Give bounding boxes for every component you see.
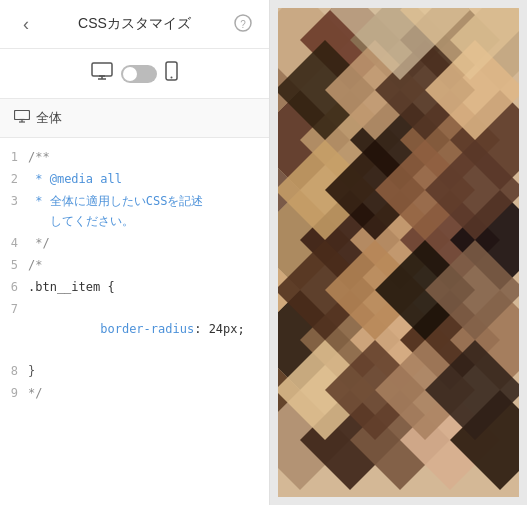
tile-preview — [270, 0, 527, 505]
code-line-5: 5 /* — [0, 254, 269, 276]
code-line-1: 1 /** — [0, 146, 269, 168]
code-line-2: 2 * @media all — [0, 168, 269, 190]
line-num-1: 1 — [0, 147, 28, 167]
line-content-5: /* — [28, 255, 269, 275]
code-line-4: 4 */ — [0, 232, 269, 254]
line-num-7: 7 — [0, 299, 28, 319]
line-content-2: * @media all — [28, 169, 269, 189]
line-content-6: .btn__item { — [28, 277, 269, 297]
svg-rect-2 — [92, 63, 112, 76]
help-button[interactable]: ? — [229, 10, 257, 38]
line-content-4: */ — [28, 233, 269, 253]
section-label-text: 全体 — [36, 109, 62, 127]
device-toggle-switch[interactable] — [121, 65, 157, 83]
line-num-3: 3 — [0, 191, 28, 211]
code-line-3: 3 * 全体に適用したいCSSを記述 してください。 — [0, 190, 269, 232]
back-icon: ‹ — [23, 14, 29, 35]
code-line-7: 7 border-radius: 24px; — [0, 298, 269, 360]
code-editor[interactable]: 1 /** 2 * @media all 3 * 全体に適用したいCSSを記述 … — [0, 138, 269, 505]
desktop-icon — [91, 62, 113, 85]
code-line-6: 6 .btn__item { — [0, 276, 269, 298]
line-num-8: 8 — [0, 361, 28, 381]
page-title: CSSカスタマイズ — [40, 15, 229, 33]
line-content-9: */ — [28, 383, 269, 403]
css-property: border-radius — [86, 322, 194, 336]
code-line-8: 8 } — [0, 360, 269, 382]
tile-mosaic — [270, 0, 527, 505]
line-num-9: 9 — [0, 383, 28, 403]
css-colon: : — [194, 322, 208, 336]
back-button[interactable]: ‹ — [12, 10, 40, 38]
css-value: 24px; — [209, 322, 245, 336]
left-panel: ‹ CSSカスタマイズ ? — [0, 0, 270, 505]
code-line-9: 9 */ — [0, 382, 269, 404]
section-header: 全体 — [0, 99, 269, 138]
help-icon: ? — [234, 14, 252, 35]
line-num-5: 5 — [0, 255, 28, 275]
svg-text:?: ? — [240, 18, 246, 29]
preview-panel — [270, 0, 527, 505]
line-content-1: /** — [28, 147, 269, 167]
mobile-icon — [165, 61, 178, 86]
device-toggle-row — [0, 49, 269, 99]
header: ‹ CSSカスタマイズ ? — [0, 0, 269, 49]
line-content-3: * 全体に適用したいCSSを記述 してください。 — [28, 191, 269, 231]
svg-rect-8 — [15, 111, 30, 120]
line-content-8: } — [28, 361, 269, 381]
line-content-7: border-radius: 24px; — [28, 299, 269, 359]
section-desktop-icon — [14, 110, 30, 126]
svg-point-7 — [171, 77, 173, 79]
line-num-2: 2 — [0, 169, 28, 189]
line-num-6: 6 — [0, 277, 28, 297]
line-num-4: 4 — [0, 233, 28, 253]
